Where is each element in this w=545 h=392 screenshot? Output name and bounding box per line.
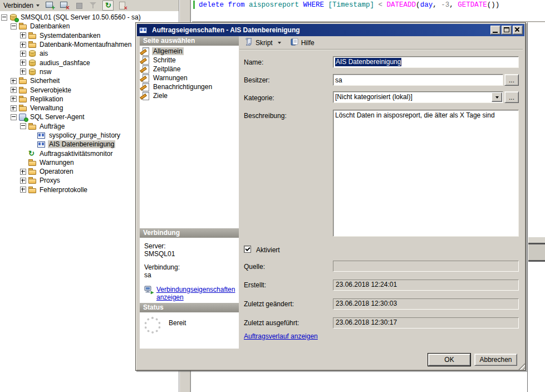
expand-icon[interactable]: [11, 96, 17, 102]
connect-server-icon[interactable]: [45, 1, 56, 11]
expand-icon[interactable]: [20, 32, 26, 38]
collapse-icon[interactable]: [20, 123, 26, 129]
script-error-icon[interactable]: [117, 1, 128, 11]
folder-icon: [28, 32, 37, 40]
expand-icon[interactable]: [20, 51, 26, 57]
category-value: [Nicht kategorisiert (lokal)]: [335, 93, 492, 101]
progress-spinner-icon: [144, 317, 161, 334]
connect-button[interactable]: Verbinden: [2, 1, 41, 10]
dropdown-arrow-icon[interactable]: [492, 92, 502, 102]
folder-icon: [28, 122, 37, 130]
ssms-window: Verbinden SMSQL01 (SQL Server 10.50.6560…: [0, 0, 545, 392]
minimize-button[interactable]: [490, 26, 500, 35]
sql-token: day: [420, 1, 433, 9]
expand-icon[interactable]: [20, 169, 26, 175]
object-explorer-toolbar: Verbinden: [0, 0, 179, 11]
created-label: Erstellt:: [244, 281, 266, 289]
page-icon: [141, 47, 150, 56]
name-label: Name:: [244, 58, 263, 66]
expand-icon[interactable]: [20, 60, 26, 66]
last-executed-field: 23.06.2018 12:30:17: [333, 317, 519, 329]
sql-token: aisposreport: [249, 1, 303, 9]
category-label: Kategorie:: [244, 94, 274, 102]
expand-icon[interactable]: [20, 42, 26, 48]
page-item-benachrichtigungen[interactable]: Benachrichtigungen: [140, 82, 239, 91]
page-item-warnungen[interactable]: Warnungen: [140, 74, 239, 82]
connection-panel: Server: SMSQL01 Verbindung: sa Verbindun…: [140, 238, 239, 303]
category-browse-button[interactable]: ...: [504, 91, 519, 103]
chevron-down-icon: [278, 42, 281, 44]
maximize-button[interactable]: [502, 26, 512, 35]
server-database-icon: [9, 13, 18, 21]
activity-monitor-icon: [28, 150, 37, 158]
server-value: SMSQL01: [144, 250, 234, 258]
sql-token: [Timestamp]: [328, 1, 379, 9]
created-field: 23.06.2018 12:24:01: [333, 280, 519, 291]
editor-scrollbar-edge: [527, 22, 528, 392]
sql-token: DATEADD: [387, 1, 416, 9]
tree-item-smsql01[interactable]: SMSQL01 (SQL Server 10.50.6560 - sa): [0, 13, 179, 22]
ok-button[interactable]: OK: [428, 354, 470, 366]
help-button[interactable]: Hilfe: [288, 37, 316, 48]
stop-icon[interactable]: [73, 1, 85, 11]
expand-icon[interactable]: [20, 68, 26, 75]
cancel-button[interactable]: Abbrechen: [474, 354, 517, 366]
expand-icon[interactable]: [11, 87, 17, 93]
dialog-titlebar[interactable]: Auftragseigenschaften - AIS Datenbereini…: [137, 24, 524, 36]
resize-grip[interactable]: [518, 363, 525, 370]
owner-label: Besitzer:: [244, 76, 270, 84]
description-textarea[interactable]: Löscht Daten in aisposreport, die älter …: [333, 110, 519, 237]
page-item-schritte[interactable]: Schritte: [140, 56, 239, 65]
script-scroll-icon: [244, 37, 253, 48]
horizontal-scrollbar[interactable]: [528, 237, 545, 262]
view-job-history-link[interactable]: Auftragsverlauf anzeigen: [244, 332, 318, 340]
connection-header: Verbindung: [140, 228, 239, 238]
script-button[interactable]: Skript: [243, 37, 283, 48]
sql-token: ()): [487, 1, 500, 9]
pages-list: Allgemein Schritte Zeitpläne Warnungen B…: [140, 46, 239, 228]
description-label: Beschreibung:: [244, 112, 287, 120]
connection-properties-icon: [144, 286, 154, 296]
connection-label: Verbindung:: [144, 263, 234, 271]
page-icon: [141, 74, 150, 82]
page-icon: [141, 92, 150, 100]
page-item-allgemein[interactable]: Allgemein: [140, 47, 239, 56]
dialog-title: Auftragseigenschaften - AIS Datenbereini…: [152, 26, 490, 34]
job-properties-dialog: Auftragseigenschaften - AIS Datenbereini…: [135, 22, 526, 371]
close-button[interactable]: [513, 26, 523, 35]
collapse-icon[interactable]: [11, 23, 17, 30]
view-connection-properties-link[interactable]: Verbindungseigenschaften anzeigen: [156, 286, 235, 301]
category-select[interactable]: [Nicht kategorisiert (lokal)]: [333, 91, 503, 103]
sql-token: ,: [433, 1, 441, 9]
server-label: Server:: [144, 242, 234, 250]
page-item-ziele[interactable]: Ziele: [140, 91, 239, 100]
name-input[interactable]: AIS Datenbereinigung: [333, 56, 519, 68]
page-item-zeitplaene[interactable]: Zeitpläne: [140, 65, 239, 74]
status-panel: Bereit: [140, 312, 239, 349]
dialog-toolbar: Skript Hilfe: [239, 36, 523, 50]
enabled-checkbox[interactable]: [244, 246, 251, 253]
owner-browse-button[interactable]: ...: [504, 74, 519, 86]
expand-icon[interactable]: [20, 178, 26, 184]
filter-icon[interactable]: [88, 1, 99, 11]
owner-input[interactable]: [333, 74, 503, 86]
collapse-icon[interactable]: [11, 114, 17, 120]
job-icon: [37, 140, 46, 148]
refresh-icon[interactable]: [102, 1, 114, 11]
collapse-icon[interactable]: [1, 14, 7, 21]
expand-icon[interactable]: [11, 78, 17, 84]
folder-icon: [28, 186, 37, 194]
page-icon: [141, 83, 150, 91]
chevron-down-icon: [36, 4, 40, 7]
expand-icon[interactable]: [20, 187, 26, 193]
expand-icon[interactable]: [11, 105, 17, 111]
sql-statement: delete from aisposreport WHERE [Timestam…: [199, 1, 499, 9]
connect-button-label: Verbinden: [3, 2, 33, 9]
page-icon: [141, 56, 150, 65]
disconnect-server-icon[interactable]: [59, 1, 70, 11]
folder-icon: [18, 104, 27, 112]
job-icon: [139, 26, 148, 34]
folder-icon: [18, 95, 27, 103]
folder-icon: [18, 77, 27, 85]
page-icon: [141, 65, 150, 74]
